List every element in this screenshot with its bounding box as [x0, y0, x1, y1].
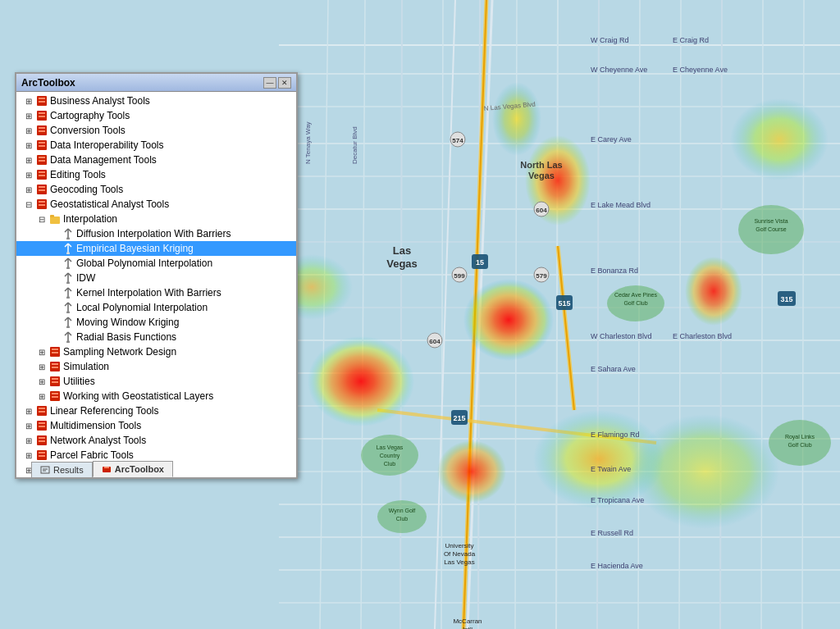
tree-item-data-management[interactable]: ⊞ Data Management Tools: [16, 153, 296, 167]
svg-rect-173: [52, 363, 58, 365]
tree-item-conversion[interactable]: ⊞ Conversion Tools: [16, 123, 296, 138]
svg-rect-112: [39, 101, 45, 103]
tree-label: Diffusion Interpolation With Barriers: [76, 228, 231, 239]
tab-arctoolbox[interactable]: ArcToolbox: [93, 461, 173, 477]
svg-text:Cedar Ave Pines: Cedar Ave Pines: [614, 292, 658, 298]
toolbox-title: ArcToolbox: [21, 77, 75, 89]
results-tab-label: Results: [53, 465, 84, 475]
tree-item-interpolation[interactable]: ⊟ Interpolation: [16, 212, 296, 226]
tree-item-geostatistical[interactable]: ⊟ Geostatistical Analyst Tools: [16, 197, 296, 212]
toolset-icon: [35, 168, 48, 181]
svg-text:E Carey Ave: E Carey Ave: [591, 135, 632, 144]
svg-rect-115: [39, 116, 45, 117]
expand-icon: ⊞: [23, 125, 34, 136]
tree-label: IDW: [76, 272, 95, 284]
close-button[interactable]: ✕: [278, 77, 291, 89]
tree-label: Geocoding Tools: [50, 184, 123, 195]
svg-rect-192: [39, 455, 45, 457]
svg-rect-180: [52, 396, 58, 398]
tree-item-working-geostatistical[interactable]: ⊞ Working with Geostatistical Layers: [16, 389, 296, 403]
tree-item-editing[interactable]: ⊞ Editing Tools: [16, 167, 296, 182]
tree-item-simulation[interactable]: ⊞ Simulation: [16, 359, 296, 374]
tool-icon: [62, 330, 75, 344]
svg-text:E Russell Rd: E Russell Rd: [591, 529, 633, 537]
tree-label: Cartography Tools: [50, 110, 130, 121]
results-icon: [40, 465, 50, 475]
svg-text:Country: Country: [380, 453, 400, 459]
svg-text:E Hacienda Ave: E Hacienda Ave: [591, 562, 643, 570]
toolbox-tree[interactable]: ⊞ Business Analyst Tools ⊞ Cartography T…: [16, 92, 296, 477]
tree-item-business-analyst[interactable]: ⊞ Business Analyst Tools: [16, 93, 296, 108]
tree-item-moving-window[interactable]: Moving Window Kriging: [16, 315, 296, 330]
svg-rect-117: [39, 127, 45, 129]
spacer: [49, 331, 61, 343]
tree-item-kernel-barriers[interactable]: Kernel Interpolation With Barriers: [16, 285, 296, 300]
tree-item-empirical-bayesian[interactable]: Empirical Bayesian Kriging: [16, 241, 296, 256]
svg-rect-120: [39, 142, 45, 144]
tool-icon: [62, 301, 75, 314]
toolset-icon: [35, 183, 48, 196]
expand-icon: ⊞: [23, 420, 34, 431]
toolbox-controls: — ✕: [263, 77, 291, 89]
svg-point-42: [308, 336, 414, 426]
svg-text:15: 15: [476, 258, 484, 267]
tree-item-network-analyst[interactable]: ⊞ Network Analyst Tools: [16, 433, 296, 448]
tree-label: Data Management Tools: [50, 154, 157, 166]
svg-rect-123: [39, 157, 45, 158]
svg-point-148: [66, 267, 70, 269]
svg-rect-111: [39, 98, 45, 99]
tool-icon: [62, 286, 75, 299]
svg-text:315: 315: [780, 295, 792, 303]
svg-text:W Charleston Blvd: W Charleston Blvd: [591, 332, 652, 340]
svg-text:Wynn Golf: Wynn Golf: [389, 508, 416, 514]
tree-item-multidimension[interactable]: ⊞ Multidimension Tools: [16, 418, 296, 433]
svg-rect-188: [39, 437, 45, 439]
svg-text:579: 579: [536, 272, 547, 280]
expand-icon: ⊞: [36, 346, 48, 358]
toolbox-tab-icon: [102, 464, 112, 474]
tree-item-data-interop[interactable]: ⊞ Data Interoperability Tools: [16, 138, 296, 153]
svg-rect-189: [39, 440, 45, 442]
tree-label: Linear Referencing Tools: [50, 405, 159, 417]
svg-text:Las Vegas: Las Vegas: [444, 558, 474, 566]
svg-rect-121: [39, 145, 45, 147]
svg-text:Decatur Blvd: Decatur Blvd: [351, 126, 358, 164]
svg-text:N Tenaya Way: N Tenaya Way: [304, 121, 312, 164]
tree-label: Moving Window Kriging: [76, 317, 179, 328]
tree-label: Conversion Tools: [50, 125, 126, 136]
tree-item-global-polynomial[interactable]: Global Polynomial Interpolation: [16, 256, 296, 271]
svg-text:North Las: North Las: [520, 160, 562, 170]
spacer: [49, 272, 61, 284]
tree-item-idw[interactable]: IDW: [16, 271, 296, 285]
svg-point-41: [685, 257, 742, 326]
tree-item-local-polynomial[interactable]: Local Polynomial Interpolation: [16, 300, 296, 315]
svg-point-168: [66, 340, 70, 343]
tree-item-geocoding[interactable]: ⊞ Geocoding Tools: [16, 182, 296, 197]
svg-point-164: [66, 326, 70, 328]
toolset-icon: [35, 139, 48, 152]
svg-rect-186: [39, 426, 45, 427]
folder-icon: [48, 212, 62, 226]
svg-rect-170: [52, 349, 58, 350]
expand-icon: ⊟: [23, 198, 34, 210]
minimize-button[interactable]: —: [263, 77, 276, 89]
tree-item-radial-basis[interactable]: Radial Basis Functions: [16, 330, 296, 344]
svg-point-39: [463, 279, 554, 361]
svg-text:E Sahara Ave: E Sahara Ave: [591, 365, 636, 373]
svg-rect-171: [52, 352, 58, 353]
tree-item-utilities[interactable]: ⊞ Utilities: [16, 374, 296, 389]
svg-point-140: [66, 237, 70, 239]
expand-icon: ⊞: [23, 405, 34, 417]
tree-item-diffusion-barriers[interactable]: Diffusion Interpolation With Barriers: [16, 226, 296, 241]
tree-item-linear-referencing[interactable]: ⊞ Linear Referencing Tools: [16, 403, 296, 418]
expand-icon: ⊞: [36, 376, 48, 387]
svg-text:Vegas: Vegas: [528, 171, 555, 180]
tab-results[interactable]: Results: [31, 462, 93, 477]
svg-text:E Bonanza Rd: E Bonanza Rd: [591, 267, 638, 275]
tree-item-sampling-network[interactable]: ⊞ Sampling Network Design: [16, 344, 296, 359]
expand-icon: ⊞: [23, 449, 34, 461]
tree-label: Local Polynomial Interpolation: [76, 302, 208, 313]
tree-item-cartography[interactable]: ⊞ Cartography Tools: [16, 108, 296, 123]
svg-rect-136: [50, 215, 54, 217]
svg-rect-132: [39, 201, 45, 203]
